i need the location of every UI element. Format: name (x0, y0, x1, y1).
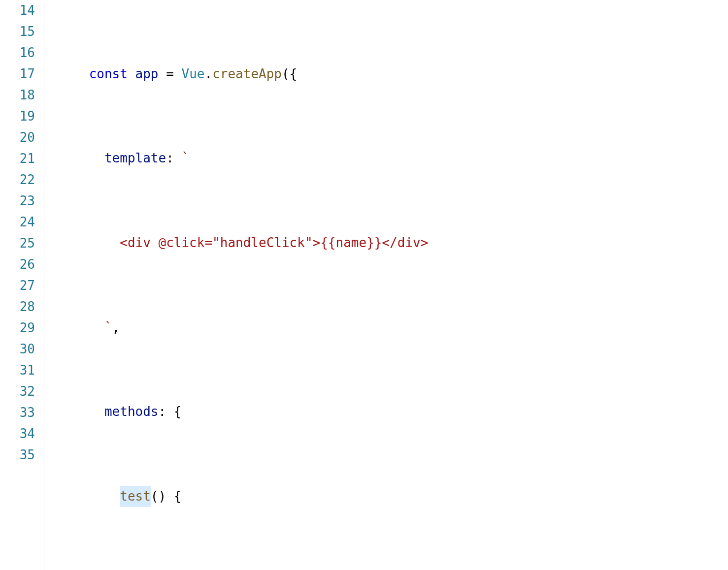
line-number-gutter: 14 15 16 17 18 19 20 21 22 23 24 25 26 2… (0, 0, 44, 570)
line-number: 35 (0, 444, 35, 466)
line-number: 28 (0, 296, 35, 317)
line-number: 24 (0, 212, 35, 233)
line-number: 23 (0, 190, 35, 212)
code-line[interactable]: methods: { (58, 401, 428, 422)
code-line[interactable]: const app = Vue.createApp({ (58, 63, 428, 85)
class-name: Vue (182, 63, 205, 85)
code-line[interactable]: `, (58, 317, 428, 338)
line-number: 32 (0, 381, 35, 402)
line-number: 30 (0, 339, 35, 360)
line-number: 16 (0, 42, 35, 63)
line-number: 22 (0, 169, 35, 190)
line-number: 34 (0, 423, 35, 444)
method-name-highlighted: test (120, 486, 151, 507)
line-number: 27 (0, 275, 35, 296)
line-number: 31 (0, 360, 35, 381)
code-line[interactable]: test() { (58, 486, 428, 507)
line-number: 26 (0, 254, 35, 275)
variable: app (135, 63, 159, 85)
keyword-const: const (89, 63, 128, 85)
property: methods (104, 401, 159, 422)
property: template (104, 148, 166, 169)
line-number: 20 (0, 127, 35, 148)
code-editor[interactable]: const app = Vue.createApp({ template: ` … (44, 0, 428, 570)
template-literal-content: <div @click="handleClick">{{name}}</div> (120, 232, 428, 253)
template-literal: ` (104, 317, 112, 338)
code-line[interactable]: template: ` (58, 148, 428, 169)
line-number: 25 (0, 233, 35, 254)
template-literal: ` (181, 148, 189, 169)
code-line[interactable]: <div @click="handleClick">{{name}}</div> (58, 232, 428, 253)
line-number: 29 (0, 317, 35, 339)
line-number: 33 (0, 402, 35, 423)
line-number: 21 (0, 148, 35, 169)
line-number: 18 (0, 85, 35, 106)
method-call: createApp (212, 63, 282, 85)
line-number: 14 (0, 0, 35, 21)
line-number: 15 (0, 21, 35, 42)
line-number: 17 (0, 63, 35, 85)
line-number: 19 (0, 106, 35, 127)
